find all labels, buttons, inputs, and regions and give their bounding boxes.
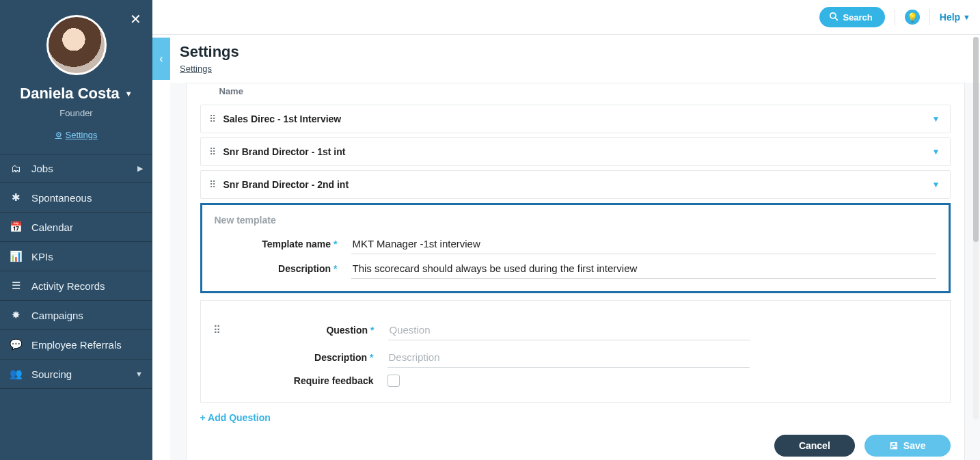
sidebar-item-label: Employee Referrals xyxy=(31,339,122,351)
cancel-button[interactable]: Cancel xyxy=(774,435,855,457)
sidebar-item-label: Campaigns xyxy=(31,310,83,321)
question-input[interactable] xyxy=(388,320,750,340)
sidebar-item-referrals[interactable]: 💬 Employee Referrals xyxy=(0,330,152,360)
template-name-label: Template name* xyxy=(215,239,338,249)
sidebar-item-sourcing[interactable]: 👥 Sourcing ▼ xyxy=(0,360,152,389)
template-row[interactable]: ⠿ Sales Direc - 1st Interview ▼ xyxy=(200,105,951,133)
page-header: ‹ Settings Settings xyxy=(152,35,980,83)
sidebar-item-activity[interactable]: ☰ Activity Records xyxy=(0,271,152,301)
close-icon[interactable]: ✕ xyxy=(130,11,141,27)
template-name: Sales Direc - 1st Interview xyxy=(223,113,342,124)
topbar: Search 💡 Help ▼ xyxy=(152,0,980,35)
calendar-icon: 📅 xyxy=(10,221,22,233)
settings-link[interactable]: ⚙ Settings xyxy=(55,130,98,140)
question-desc-input[interactable] xyxy=(387,347,750,368)
search-icon xyxy=(829,12,839,23)
template-row[interactable]: ⠿ Snr Brand Director - 2nd int ▼ xyxy=(200,170,951,199)
sidebar-item-label: Calendar xyxy=(31,221,73,233)
template-name-input[interactable] xyxy=(351,234,936,254)
cancel-label: Cancel xyxy=(799,440,830,451)
folder-icon: 🗂 xyxy=(10,163,22,174)
question-desc-label: Description* xyxy=(213,352,374,363)
chevron-right-icon: ▶ xyxy=(137,164,143,173)
scrollbar[interactable] xyxy=(973,37,979,420)
chevron-down-icon: ▼ xyxy=(932,180,940,189)
divider xyxy=(929,9,930,25)
require-feedback-label: Require feedback xyxy=(213,375,374,386)
user-name-label: Daniela Costa xyxy=(20,85,120,103)
sidebar-item-calendar[interactable]: 📅 Calendar xyxy=(0,213,152,242)
search-button[interactable]: Search xyxy=(819,7,884,27)
save-label: Save xyxy=(903,440,926,451)
new-template-title: New template xyxy=(215,215,936,226)
new-template-block: New template Template name* Description* xyxy=(200,203,951,293)
search-label: Search xyxy=(843,12,872,23)
sidebar-item-kpis[interactable]: 📊 KPIs xyxy=(0,242,152,271)
chevron-down-icon: ▼ xyxy=(932,147,940,157)
sidebar-item-label: Sourcing xyxy=(31,368,72,380)
user-name[interactable]: Daniela Costa ▼ xyxy=(0,85,152,103)
nav: 🗂 Jobs ▶ ✱ Spontaneous 📅 Calendar 📊 KPIs… xyxy=(0,154,152,389)
template-desc-label: Description* xyxy=(215,263,338,274)
sidebar-item-label: Spontaneous xyxy=(31,192,92,204)
sidebar-item-jobs[interactable]: 🗂 Jobs ▶ xyxy=(0,154,152,183)
chevron-down-icon: ▼ xyxy=(963,13,970,21)
people-icon: 👥 xyxy=(10,368,22,380)
help-label: Help xyxy=(940,12,960,23)
chat-icon: 💬 xyxy=(10,338,22,351)
sidebar-item-spontaneous[interactable]: ✱ Spontaneous xyxy=(0,183,152,213)
sidebar-item-campaigns[interactable]: ✸ Campaigns xyxy=(0,301,152,330)
template-name: Snr Brand Director - 2nd int xyxy=(223,179,349,190)
panel: Name ⠿ Sales Direc - 1st Interview ▼ ⠿ S… xyxy=(186,83,965,460)
divider xyxy=(895,9,895,25)
chevron-down-icon: ▼ xyxy=(932,114,940,124)
user-role: Founder xyxy=(0,108,152,118)
sidebar-item-label: Activity Records xyxy=(31,280,105,292)
actions: Cancel 🖫 Save xyxy=(200,435,951,457)
drag-handle-icon[interactable]: ⠿ xyxy=(209,113,217,124)
sidebar-item-label: KPIs xyxy=(31,251,53,262)
sidebar-item-label: Jobs xyxy=(31,163,53,174)
add-question-button[interactable]: + Add Question xyxy=(200,412,271,423)
chart-icon: 📊 xyxy=(10,250,22,262)
drag-handle-icon[interactable]: ⠿ xyxy=(209,179,217,190)
question-label: Question* xyxy=(228,325,375,336)
svg-point-0 xyxy=(830,12,836,18)
template-row[interactable]: ⠿ Snr Brand Director - 1st int ▼ xyxy=(200,137,951,166)
avatar[interactable] xyxy=(46,15,107,75)
collapse-sidebar-button[interactable]: ‹ xyxy=(152,38,170,80)
page-title: Settings xyxy=(180,43,239,61)
column-header-name: Name xyxy=(200,86,951,100)
save-button[interactable]: 🖫 Save xyxy=(865,435,951,457)
chevron-down-icon: ▼ xyxy=(135,370,143,378)
burst-icon: ✸ xyxy=(10,309,22,321)
svg-line-1 xyxy=(835,17,838,20)
help-button[interactable]: Help ▼ xyxy=(940,12,970,23)
asterisk-icon: ✱ xyxy=(10,191,22,204)
save-icon: 🖫 xyxy=(889,441,898,451)
settings-link-label: Settings xyxy=(66,130,98,140)
list-icon: ☰ xyxy=(10,280,22,292)
template-name: Snr Brand Director - 1st int xyxy=(223,146,346,157)
question-block: ⠿ Question* Description* Require feedbac… xyxy=(200,300,951,403)
scrollbar-thumb[interactable] xyxy=(973,37,979,242)
chevron-down-icon: ▼ xyxy=(125,90,133,98)
bulb-icon[interactable]: 💡 xyxy=(905,10,920,25)
content: Name ⠿ Sales Direc - 1st Interview ▼ ⠿ S… xyxy=(170,83,980,460)
require-feedback-checkbox[interactable] xyxy=(387,375,400,387)
drag-handle-icon[interactable]: ⠿ xyxy=(209,146,217,157)
sidebar: ✕ Daniela Costa ▼ Founder ⚙ Settings 🗂 J… xyxy=(0,0,152,460)
gear-icon: ⚙ xyxy=(55,131,62,139)
template-desc-input[interactable] xyxy=(351,258,936,279)
main: Search 💡 Help ▼ ‹ Settings Settings Name… xyxy=(152,0,980,460)
breadcrumb[interactable]: Settings xyxy=(180,64,212,74)
drag-handle-icon[interactable]: ⠿ xyxy=(213,324,221,336)
